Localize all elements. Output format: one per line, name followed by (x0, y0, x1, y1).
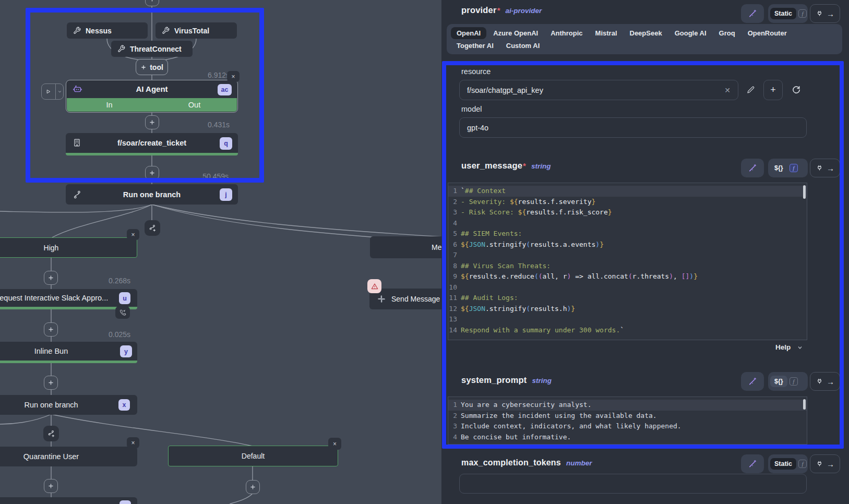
max-completion-tokens-input[interactable] (459, 474, 807, 494)
close-icon[interactable]: × (227, 71, 240, 82)
system-prompt-editor[interactable]: 1You are a cybersecurity analyst.2Summar… (448, 397, 807, 445)
chevron-down-icon[interactable] (56, 84, 63, 99)
node-virustotal[interactable]: VirusTotal (156, 22, 237, 39)
code-line-1[interactable]: 1`## Context (448, 186, 807, 197)
connect-input-button[interactable]: → (810, 159, 840, 177)
node-badge[interactable]: q (220, 137, 232, 150)
node-badge[interactable]: y (120, 345, 132, 357)
node-badge[interactable] (119, 500, 131, 504)
code-text[interactable]: You are a cybersecurity analyst. (461, 400, 591, 411)
add-branch-button[interactable] (43, 426, 59, 441)
provider-tab-deepseek[interactable]: DeepSeek (624, 27, 668, 39)
node-quarantine-user[interactable]: Quarantine User (0, 447, 137, 466)
code-line-11[interactable]: 11## Audit Logs: (448, 293, 807, 304)
code-text[interactable]: Include context, indicators, and what li… (461, 421, 681, 432)
close-icon[interactable]: × (127, 229, 139, 240)
expression-toggle-group[interactable]: ${} f (768, 159, 808, 177)
provider-tab-mistral[interactable]: Mistral (590, 27, 623, 39)
node-badge[interactable]: j (220, 188, 232, 201)
formula-icon[interactable]: f (798, 9, 807, 18)
node-run-one-branch-1[interactable]: Run one branch j (66, 184, 238, 205)
add-step-connector[interactable] (44, 322, 58, 337)
agent-in-out-bar[interactable]: In Out (67, 98, 237, 112)
add-step-connector[interactable] (145, 0, 159, 6)
provider-tab-google-ai[interactable]: Google AI (669, 27, 712, 39)
run-step-button[interactable] (41, 83, 64, 100)
help-dropdown[interactable]: Help (775, 343, 803, 351)
code-line-5[interactable]: 5## SIEM Events: (448, 229, 807, 239)
node-branch-high[interactable]: High (0, 237, 137, 258)
code-line-9[interactable]: 9${results.e.reduce((all, r) => all.conc… (448, 271, 807, 282)
code-line-8[interactable]: 8## Virus Scan Threats: (448, 261, 807, 272)
code-text[interactable]: - Severity: ${results.f.severity} (461, 197, 595, 208)
code-text[interactable]: ${JSON.stringify(results.a.events)} (461, 239, 604, 250)
formula-icon[interactable]: f (790, 377, 798, 386)
static-toggle[interactable]: Static (770, 8, 796, 19)
connect-input-button[interactable]: → (810, 454, 840, 473)
warning-icon[interactable] (367, 279, 381, 293)
provider-tab-groq[interactable]: Groq (713, 27, 741, 39)
ai-assist-button[interactable] (741, 159, 764, 177)
provider-tab-anthropic[interactable]: Anthropic (545, 27, 588, 39)
add-resource-button[interactable]: + (763, 80, 783, 100)
code-line-3[interactable]: 3Include context, indicators, and what l… (448, 421, 807, 432)
scrollbar-thumb[interactable] (803, 185, 806, 199)
add-step-connector[interactable] (145, 115, 159, 129)
agent-out-label[interactable]: Out (152, 98, 237, 112)
code-text[interactable]: ${results.e.reduce((all, r) => all.conca… (461, 271, 698, 282)
ai-assist-button[interactable] (741, 372, 764, 391)
code-line-4[interactable]: 4Be concise but informative. (448, 432, 807, 443)
ai-assist-button[interactable] (741, 4, 764, 23)
code-line-4[interactable]: 4 (448, 218, 807, 229)
code-line-1[interactable]: 1You are a cybersecurity analyst. (448, 400, 807, 411)
node-ai-agent[interactable]: AI Agent ac In Out (66, 80, 238, 113)
node-badge[interactable]: u (119, 292, 130, 304)
code-text[interactable]: - Risk Score: ${results.f.risk_score} (461, 207, 612, 218)
pencil-icon[interactable] (746, 85, 756, 94)
code-line-12[interactable]: 12${JSON.stringify(results.h)} (448, 304, 807, 315)
code-text[interactable]: Respond with a summary under 300 words.` (461, 325, 624, 336)
code-text[interactable]: Summarize the incident using the availab… (461, 411, 657, 422)
refresh-icon[interactable] (791, 85, 801, 95)
user-message-editor[interactable]: 1`## Context2- Severity: ${results.f.sev… (448, 183, 807, 340)
connect-input-button[interactable]: → (810, 372, 840, 391)
node-nessus[interactable]: Nessus (67, 22, 148, 39)
code-line-13[interactable]: 13 (448, 314, 807, 325)
node-badge[interactable]: x (118, 399, 130, 411)
model-input[interactable]: gpt-4o (459, 117, 807, 138)
close-icon[interactable]: × (127, 437, 139, 448)
play-icon[interactable] (42, 84, 55, 99)
workflow-canvas[interactable]: Nessus VirusTotal ThreatConnect tool 6.9… (0, 0, 441, 504)
node-create-ticket[interactable]: f/soar/create_ticket q (66, 133, 238, 155)
agent-in-label[interactable]: In (67, 98, 152, 112)
provider-tabs[interactable]: OpenAIAzure OpenAIAnthropicMistralDeepSe… (447, 24, 842, 54)
clear-icon[interactable]: ✕ (724, 86, 731, 94)
node-threatconnect[interactable]: ThreatConnect (111, 41, 193, 57)
code-line-3[interactable]: 3- Risk Score: ${results.f.risk_score} (448, 207, 807, 218)
node-bottom-partial[interactable] (0, 497, 137, 504)
code-text[interactable]: Be concise but informative. (461, 432, 571, 443)
static-toggle-group[interactable]: Static f (768, 4, 808, 23)
add-step-connector[interactable] (44, 479, 58, 493)
provider-tab-together-ai[interactable]: Together AI (451, 40, 499, 52)
ai-assist-button[interactable] (741, 454, 764, 473)
tool-connector[interactable]: tool (136, 59, 168, 75)
node-branch-medium[interactable]: Medium (370, 236, 441, 258)
node-run-one-branch-2[interactable]: Run one branch x (0, 395, 137, 415)
code-line-2[interactable]: 2Summarize the incident using the availa… (448, 411, 807, 422)
code-text[interactable]: ${JSON.stringify(results.h)} (461, 304, 575, 315)
formula-icon[interactable]: f (790, 164, 798, 172)
node-badge[interactable]: ac (218, 84, 232, 95)
code-line-10[interactable]: 10 (448, 282, 807, 293)
provider-tab-openrouter[interactable]: OpenRouter (742, 27, 793, 39)
code-line-2[interactable]: 2- Severity: ${results.f.severity} (448, 197, 807, 208)
node-inline-bun[interactable]: Inline Bun y (0, 342, 137, 363)
provider-tab-azure-openai[interactable]: Azure OpenAI (487, 27, 544, 39)
code-text[interactable]: `## Context (461, 186, 506, 197)
connect-input-button[interactable]: → (810, 4, 840, 23)
add-branch-button[interactable] (145, 220, 160, 236)
add-step-connector[interactable] (44, 271, 58, 285)
provider-tab-custom-ai[interactable]: Custom AI (500, 40, 546, 52)
expression-toggle[interactable]: ${} (770, 162, 787, 174)
static-toggle[interactable]: Static (770, 458, 796, 470)
